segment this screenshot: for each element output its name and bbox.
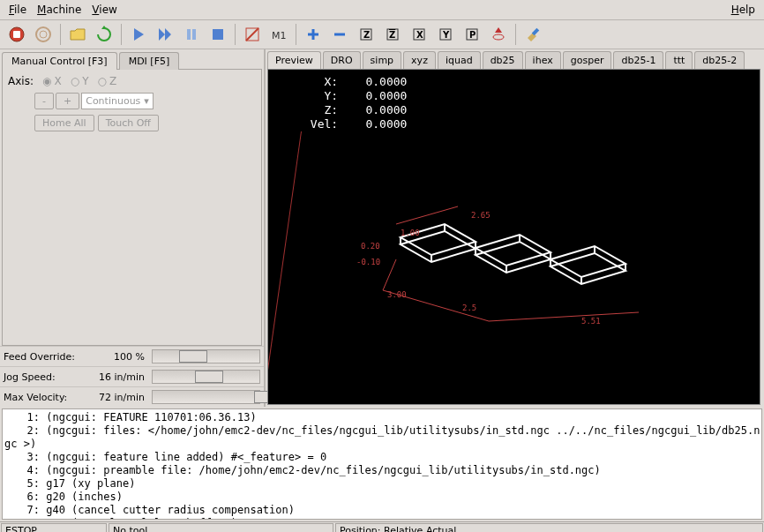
tab-gosper[interactable]: gosper	[563, 51, 612, 69]
svg-line-8	[246, 28, 258, 41]
menu-machine[interactable]: Machine	[32, 2, 86, 18]
tab-db25-2[interactable]: db25-2	[694, 51, 745, 69]
max-velocity-value: 72 in/min	[92, 392, 145, 403]
preview-canvas[interactable]: X: 0.0000 Y: 0.0000 Z: 0.0000 Vel: 0.000…	[267, 69, 760, 405]
svg-rect-6	[213, 29, 223, 40]
preview-tabs: Preview DRO simp xyz iquad db25 ihex gos…	[266, 49, 764, 69]
view-z-icon[interactable]: Z	[355, 23, 378, 46]
status-estop: ESTOP	[1, 523, 107, 532]
max-velocity-row: Max Velocity: 72 in/min	[0, 386, 264, 407]
step-icon[interactable]	[154, 23, 176, 46]
jog-speed-slider[interactable]	[152, 370, 260, 384]
svg-point-2	[36, 27, 50, 41]
tab-ttt[interactable]: ttt	[665, 51, 693, 69]
toolbar: M1 Z Z X Y P	[0, 20, 764, 49]
axis-y-radio[interactable]: ○ Y	[71, 75, 89, 87]
svg-rect-1	[13, 31, 20, 38]
m1-icon[interactable]: M1	[267, 23, 290, 46]
jog-minus-button[interactable]: -	[34, 93, 54, 109]
svg-text:X: X	[416, 30, 423, 40]
feed-override-row: Feed Override: 100 %	[0, 346, 264, 366]
stop-icon[interactable]	[206, 23, 229, 46]
view-x-icon[interactable]: X	[408, 23, 431, 46]
position-readout: X: 0.0000 Y: 0.0000 Z: 0.0000 Vel: 0.000…	[303, 75, 407, 131]
home-all-button[interactable]: Home All	[34, 115, 94, 131]
toolpath-drawing	[374, 193, 656, 352]
tab-ihex[interactable]: ihex	[525, 51, 561, 69]
touch-off-button[interactable]: Touch Off	[98, 115, 159, 131]
tab-simp[interactable]: simp	[363, 51, 402, 69]
svg-line-25	[383, 259, 396, 290]
right-panel: Preview DRO simp xyz iquad db25 ihex gos…	[266, 49, 764, 407]
view-p-icon[interactable]: P	[461, 23, 483, 46]
axis-x-radio[interactable]: ◉ X	[42, 75, 62, 87]
status-position: Position: Relative Actual	[335, 523, 763, 532]
tab-db25[interactable]: db25	[483, 51, 523, 69]
power-icon[interactable]	[32, 23, 55, 46]
svg-text:Z: Z	[389, 30, 395, 40]
play-icon[interactable]	[127, 23, 150, 46]
status-bar: ESTOP No tool Position: Relative Actual	[0, 521, 764, 532]
max-velocity-slider[interactable]	[152, 390, 260, 404]
svg-point-3	[40, 31, 47, 38]
tab-db25-1[interactable]: db25-1	[613, 51, 663, 69]
tab-iquad[interactable]: iquad	[438, 51, 481, 69]
svg-text:Z: Z	[363, 30, 370, 40]
axis-label: Axis:	[8, 75, 34, 87]
open-icon[interactable]	[66, 23, 89, 46]
view-rotate-icon[interactable]	[487, 23, 510, 46]
jog-mode-select[interactable]: Continuous▾	[81, 93, 154, 109]
tab-dro[interactable]: DRO	[323, 51, 361, 69]
svg-rect-5	[192, 29, 196, 40]
menubar: File Machine View Help	[0, 0, 764, 20]
jog-speed-row: Jog Speed: 16 in/min	[0, 366, 264, 386]
svg-line-27	[489, 312, 639, 321]
svg-point-23	[493, 34, 504, 40]
menu-file[interactable]: File	[4, 2, 32, 18]
menu-view[interactable]: View	[86, 2, 122, 18]
clear-icon[interactable]	[521, 23, 544, 46]
manual-panel-body: Axis: ◉ X ○ Y ○ Z - + Continuous▾ Home A…	[2, 69, 262, 346]
axis-z-radio[interactable]: ○ Z	[98, 75, 117, 87]
menu-help[interactable]: Help	[726, 2, 760, 18]
view-z2-icon[interactable]: Z	[381, 23, 404, 46]
skip-icon[interactable]	[241, 23, 264, 46]
jog-speed-value: 16 in/min	[92, 371, 145, 383]
status-tool: No tool	[109, 523, 333, 532]
axis-line	[267, 131, 302, 393]
tab-manual-control[interactable]: Manual Control [F3]	[2, 52, 117, 70]
jog-plus-button[interactable]: +	[56, 93, 79, 109]
svg-text:M1: M1	[272, 30, 287, 41]
svg-rect-4	[187, 29, 191, 40]
zoom-out-icon[interactable]	[328, 23, 351, 46]
svg-text:Y: Y	[442, 30, 450, 40]
zoom-in-icon[interactable]	[302, 23, 325, 46]
pause-icon[interactable]	[180, 23, 203, 46]
view-y-icon[interactable]: Y	[434, 23, 457, 46]
feed-override-value: 100 %	[92, 351, 145, 363]
tab-preview[interactable]: Preview	[267, 51, 321, 69]
left-panel: Manual Control [F3] MDI [F5] Axis: ◉ X ○…	[0, 49, 266, 407]
svg-text:P: P	[469, 30, 476, 40]
estop-icon[interactable]	[5, 23, 28, 46]
feed-override-slider[interactable]	[152, 349, 260, 363]
svg-line-28	[396, 206, 458, 224]
tab-mdi[interactable]: MDI [F5]	[119, 52, 180, 70]
tab-xyz[interactable]: xyz	[403, 51, 436, 69]
reload-icon[interactable]	[93, 23, 116, 46]
gcode-listing[interactable]: 1: (ngcgui: FEATURE 110701:06.36.13)2: (…	[2, 408, 762, 520]
